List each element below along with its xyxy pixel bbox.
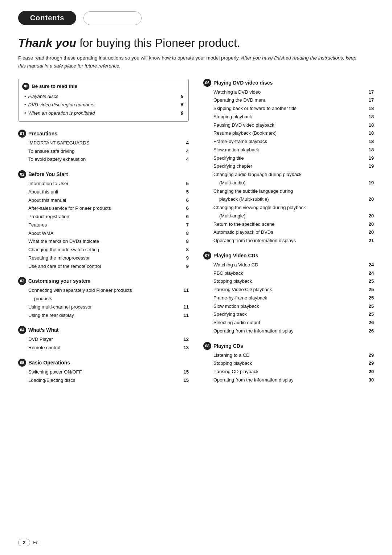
section-entries: DVD Player12Remote control13: [18, 335, 189, 352]
read-item-3-text: When an operation is prohibited: [28, 109, 177, 117]
entry-page: 7: [186, 221, 189, 229]
section-header: 05Basic Operations: [18, 359, 189, 367]
blank-tab: [83, 11, 142, 25]
read-item-2-text: DVD video disc region numbers: [28, 101, 177, 109]
entry-line: Stopping playback18: [213, 113, 374, 121]
section: 03Customising your systemConnecting with…: [18, 277, 189, 319]
entry-page: 8: [186, 229, 189, 238]
entry-text: To ensure safe driving: [28, 147, 185, 156]
entry-page: 4: [186, 155, 189, 164]
entry-page: 11: [184, 286, 189, 295]
entry-text: Pausing DVD video playback: [213, 121, 367, 130]
entry-text: Operating the DVD menu: [213, 96, 367, 105]
section-entries: Watching a DVD video17Operating the DVD …: [203, 88, 374, 245]
section-number: 08: [203, 342, 211, 350]
entry-line: Operating the DVD menu17: [213, 96, 374, 105]
entry-line: Using multi-channel processor11: [28, 303, 189, 311]
entry-line: Watching a DVD video17: [213, 88, 374, 97]
contents-tab[interactable]: Contents: [18, 11, 76, 25]
entry-line: Operating from the information displays2…: [213, 237, 374, 245]
read-icon: 👁: [22, 83, 29, 90]
entry-line: About this unit5: [28, 188, 189, 196]
entry-text: Specifying title: [213, 154, 367, 163]
entry-text: Changing the subtitle language during: [213, 187, 374, 196]
entry-line: Remote control13: [28, 344, 189, 352]
entry-line: Product registration6: [28, 213, 189, 221]
section-title: Customising your system: [28, 278, 90, 284]
entry-line: Selecting audio output26: [213, 319, 374, 327]
entry-text: Pausing CD playback: [213, 368, 367, 376]
entry-page: 8: [186, 237, 189, 246]
columns: 👁 Be sure to read this Playable discs 5 …: [18, 79, 374, 391]
col-left: 👁 Be sure to read this Playable discs 5 …: [18, 79, 189, 391]
entry-line: Use and care of the remote control9: [28, 262, 189, 271]
entry-page: 15: [184, 376, 189, 385]
entry-text: (Multi-audio): [219, 179, 367, 187]
entry-page: 5: [186, 180, 189, 188]
section: 02Before You StartInformation to User5Ab…: [18, 170, 189, 270]
entry-page: 21: [369, 237, 374, 245]
entry-line: Return to the specified scene20: [213, 220, 374, 229]
entry-line: Stopping playback29: [213, 359, 374, 368]
entry-line: Operating from the information display30: [213, 376, 374, 384]
entry-line: Pausing Video CD playback25: [213, 286, 374, 294]
section: 07Playing Video CDsWatching a Video CD24…: [203, 252, 374, 335]
entry-text: Skipping back or forward to another titl…: [213, 105, 367, 113]
title-italic: Thank you: [18, 36, 76, 49]
entry-text: Using the rear display: [28, 311, 182, 320]
header-row: Contents: [18, 11, 374, 25]
entry-line: To avoid battery exhaustion4: [28, 155, 189, 164]
read-item-1-text: Playable discs: [28, 92, 177, 101]
entry-line: Specifying title19: [213, 154, 374, 163]
entry-line: Changing audio language during playback: [213, 171, 374, 179]
footer-lang: En: [33, 540, 38, 545]
entry-line: To ensure safe driving4: [28, 147, 189, 156]
entry-line: Pausing DVD video playback18: [213, 121, 374, 130]
entry-line: Frame-by-frame playback25: [213, 294, 374, 302]
main-title: Thank you for buying this Pioneer produc…: [18, 36, 374, 50]
entry-line: Resetting the microprocessor9: [28, 254, 189, 262]
section-number: 04: [18, 326, 26, 334]
entry-text: Automatic playback of DVDs: [213, 228, 367, 237]
entry-page: 30: [369, 376, 374, 384]
entry-page: 20: [369, 212, 374, 220]
section-title: Before You Start: [28, 171, 68, 177]
entry-text: Resume playback (Bookmark): [213, 129, 367, 138]
entry-page: 6: [186, 196, 189, 205]
entry-line: Slow motion playback25: [213, 302, 374, 311]
section-title: Playing Video CDs: [213, 253, 258, 258]
entry-text: Pausing Video CD playback: [213, 286, 367, 294]
entry-line: Skipping back or forward to another titl…: [213, 105, 374, 113]
entry-line: Switching power ON/OFF15: [28, 368, 189, 376]
entry-page: 19: [369, 179, 374, 187]
entry-line: What the marks on DVDs indicate8: [28, 237, 189, 246]
entry-page: 6: [186, 204, 189, 213]
entry-text: Use and care of the remote control: [28, 262, 185, 271]
entry-page: 4: [186, 139, 189, 147]
entry-line: Connecting with separately sold Pioneer …: [28, 286, 189, 295]
section-number: 07: [203, 252, 211, 260]
entry-text: Listening to a CD: [213, 351, 367, 360]
entry-line: About WMA8: [28, 229, 189, 238]
section-header: 04What’s What: [18, 326, 189, 334]
footer-page-number: 2: [18, 539, 30, 546]
title-area: Thank you for buying this Pioneer produc…: [18, 36, 374, 70]
entry-text: Changing the viewing angle during playba…: [213, 204, 374, 212]
entry-line: PBC playback24: [213, 269, 374, 278]
entry-text: products: [34, 295, 189, 303]
entry-line: Listening to a CD29: [213, 351, 374, 360]
section-entries: Connecting with separately sold Pioneer …: [18, 286, 189, 319]
section-number: 06: [203, 79, 211, 87]
entry-line: products: [28, 295, 189, 303]
section-header: 06Playing DVD video discs: [203, 79, 374, 87]
entry-page: 18: [369, 146, 374, 154]
entry-page: 17: [369, 96, 374, 105]
entry-text: About this unit: [28, 188, 185, 196]
entry-text: Resetting the microprocessor: [28, 254, 185, 262]
section: 08Playing CDsListening to a CD29Stopping…: [203, 342, 374, 384]
entry-line: Using the rear display11: [28, 311, 189, 320]
entry-page: 20: [369, 228, 374, 237]
entry-text: Stopping playback: [213, 359, 367, 368]
entry-page: 26: [369, 319, 374, 327]
entry-line: Resume playback (Bookmark)18: [213, 129, 374, 138]
